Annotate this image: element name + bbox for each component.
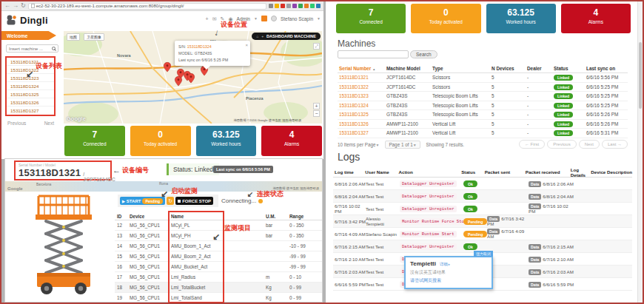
serial-link[interactable]: 153118D1321	[338, 75, 386, 80]
column-header[interactable]: User Name	[365, 169, 398, 175]
mail-icon[interactable]: ✉	[212, 16, 217, 21]
column-header[interactable]: Dealer	[527, 66, 554, 71]
table-row[interactable]: 153118D1323 GTBZ43S Telescopic Boom Lift…	[338, 92, 628, 101]
scrollbar[interactable]	[637, 1, 643, 303]
stop-icon	[178, 200, 181, 203]
serial-link[interactable]: 153118D1322	[338, 84, 386, 89]
zoom-out-button[interactable]: −	[313, 110, 320, 117]
table-row[interactable]: 153118D1322 JCPT1614DC Scissors 5 - Link…	[338, 83, 628, 92]
close-icon[interactable]: ×	[245, 41, 248, 49]
web-search-link[interactable]: 请尝试网页搜索	[410, 277, 487, 284]
column-header[interactable]: Last sync on	[586, 66, 628, 71]
cell-n-devices: 5	[492, 93, 527, 98]
serial-link[interactable]: 153118D1327	[338, 130, 386, 135]
extension-icon[interactable]	[281, 4, 285, 8]
cell-packet-received: Data6/7/16 2:03 AM	[529, 269, 574, 274]
page-dropdown[interactable]: Page 1 of 1▼	[385, 141, 420, 149]
table-row[interactable]: 153118D1325 GTBZ43S Telescopic Boom Lift…	[338, 110, 628, 120]
cell-dealer: -	[527, 93, 554, 98]
details-link[interactable]: 详细»	[440, 262, 450, 266]
data-badge[interactable]: Data	[529, 181, 541, 187]
last-page-button[interactable]: Last →	[602, 140, 628, 149]
extension-icon[interactable]	[292, 4, 297, 8]
first-page-button[interactable]: ← First	[519, 140, 545, 149]
column-header[interactable]: Action	[399, 169, 462, 175]
scrollbar-thumb[interactable]	[639, 42, 642, 109]
extension-icon[interactable]	[286, 4, 291, 8]
device-list-item[interactable]: 153118D1324	[7, 82, 54, 90]
browser-refresh-icon[interactable]: ↻	[21, 3, 26, 9]
column-header[interactable]: Machine Model	[386, 66, 432, 71]
cell-packet-received: Data6/7/16 2:15 AM	[529, 244, 574, 249]
cell-type: Scissors	[432, 84, 492, 89]
force-stop-button[interactable]: FORCE STOP	[175, 197, 213, 205]
items-per-page-dropdown[interactable]: 10 Items per Page▼	[338, 142, 379, 147]
serial-link[interactable]: 153118D1324	[338, 103, 386, 108]
column-header[interactable]: Description	[607, 169, 632, 175]
next-link[interactable]: Next	[44, 121, 54, 126]
data-badge[interactable]: Data	[529, 257, 541, 263]
machine-search-input[interactable]	[9, 47, 52, 51]
column-header[interactable]: Packet received	[526, 169, 571, 175]
device-list-item[interactable]: 153118D1325	[7, 90, 54, 98]
cell-name: AMU_Bucket_Act	[171, 264, 223, 269]
cell-user-name: Test Test	[366, 194, 400, 199]
table-row[interactable]: 153118D1327 AMWP11-2100 Vertical Lift 5 …	[338, 129, 628, 138]
column-header[interactable]: Type	[432, 66, 492, 71]
cell-device: MG_56_CPU1	[130, 264, 171, 269]
serial-link[interactable]: 153118D1325	[338, 112, 386, 117]
browser-forward-icon[interactable]: →	[13, 3, 19, 9]
extension-icon[interactable]	[298, 4, 303, 8]
browser-back-icon[interactable]: ←	[4, 3, 10, 9]
table-row[interactable]: 153118D1321 JCPT1614DC Scissors 5 - Link…	[338, 73, 628, 83]
previous-link[interactable]: Previous	[7, 121, 26, 126]
fullscreen-icon[interactable]: ⤢	[313, 43, 320, 50]
column-header[interactable]: Device	[591, 169, 607, 175]
user-menu[interactable]: Stefano Scapin	[281, 16, 313, 21]
bookmark-star-icon[interactable]	[275, 4, 279, 8]
map-info-window: × S/N: 153118D1324 MODEL: GTBZ43S Last s…	[175, 41, 250, 66]
info-serial-link[interactable]: 153118D1324	[187, 44, 212, 49]
zoom-in-button[interactable]: +	[313, 103, 320, 109]
column-header[interactable]: Log Details	[571, 167, 591, 178]
column-header-serial[interactable]: Serial Number▲	[338, 66, 386, 71]
column-header[interactable]: N Devices	[492, 66, 527, 71]
device-list-item[interactable]: 153118D1327	[7, 107, 54, 115]
table-row[interactable]: 153118D1324 GTBZ43S Telescopic Boom Lift…	[338, 101, 628, 111]
data-badge[interactable]: Data	[529, 269, 541, 275]
extension-icon[interactable]	[310, 4, 315, 8]
search-button[interactable]: Search	[410, 50, 437, 58]
device-list-item[interactable]: 153118D1326	[7, 98, 54, 107]
serial-link[interactable]: 153118D1323	[338, 93, 386, 98]
column-header[interactable]: Status	[554, 66, 586, 71]
dashboard-macchine-bar[interactable]: ⌂ + DASHBOARD MACCHINE	[252, 33, 321, 40]
previous-page-button[interactable]: Previous	[547, 140, 576, 149]
machines-search-input[interactable]	[338, 50, 409, 58]
add-icon[interactable]: +	[206, 16, 209, 21]
dingli-logo[interactable]: Dingli	[6, 14, 48, 26]
column-header[interactable]: Status	[461, 169, 484, 175]
annotation-arrow-icon: ↙	[212, 232, 220, 241]
data-badge[interactable]: Data	[529, 194, 541, 200]
extension-icon[interactable]	[304, 4, 309, 8]
start-button[interactable]: ▶ START Pending	[120, 197, 165, 205]
extension-icon[interactable]	[316, 4, 321, 8]
sidebar-welcome-tab[interactable]: Welcome	[1, 31, 56, 40]
table-row[interactable]: 153118D1326 AMWP11-2100 Vertical Lift 5 …	[338, 120, 628, 129]
next-page-button[interactable]: Next	[579, 140, 600, 149]
cell-model: GTBZ43S	[386, 112, 432, 117]
monitor-items-table: ID Device Name U.M. Range 12 MG_56_CPU1 …	[115, 212, 322, 303]
extension-icon[interactable]	[269, 4, 273, 8]
cell-id: 16	[115, 264, 130, 269]
data-badge[interactable]: Data	[529, 282, 541, 288]
search-icon[interactable]	[52, 47, 56, 50]
serial-link[interactable]: 153118D1326	[338, 121, 386, 126]
language-flag-icon[interactable]	[261, 16, 267, 21]
column-header[interactable]: Packet sent	[485, 169, 526, 175]
machines-map[interactable]: 地图 卫星图像 Milano Novara Piacenza × S/N: 15…	[64, 31, 322, 124]
column-header[interactable]: Log time	[333, 169, 365, 175]
cell-type: Scissors	[432, 75, 492, 80]
data-badge[interactable]: Data	[529, 244, 541, 250]
address-bar[interactable]: ec2-52-30-223-189.eu-west-1.compute.amaz…	[28, 3, 266, 10]
cell-status: Ok	[463, 181, 487, 186]
